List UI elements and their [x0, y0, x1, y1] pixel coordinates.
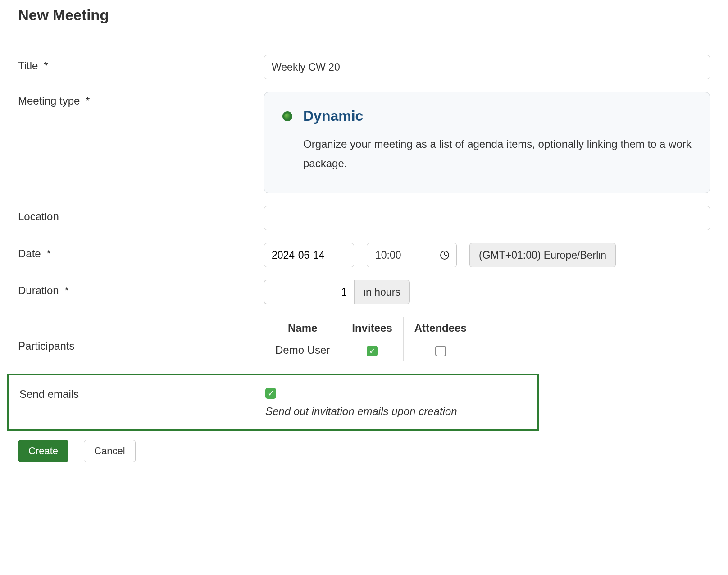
- invitee-checkbox[interactable]: ✓: [367, 346, 378, 356]
- label-meeting-type: Meeting type *: [18, 92, 264, 107]
- cancel-button[interactable]: Cancel: [84, 440, 135, 462]
- label-duration-text: Duration: [18, 284, 59, 297]
- meeting-type-description: Organize your meeting as a list of agend…: [303, 134, 692, 173]
- date-time-group: (GMT+01:00) Europe/Berlin: [264, 243, 710, 267]
- create-button[interactable]: Create: [18, 440, 68, 462]
- meeting-type-option-dynamic[interactable]: Dynamic Organize your meeting as a list …: [264, 92, 710, 193]
- label-duration: Duration *: [18, 280, 264, 297]
- row-meeting-type: Meeting type * Dynamic Organize your mee…: [18, 92, 710, 193]
- table-row: Demo User ✓: [264, 339, 478, 361]
- ctrl-duration: in hours: [264, 280, 710, 304]
- ctrl-meeting-type: Dynamic Organize your meeting as a list …: [264, 92, 710, 193]
- form-actions: Create Cancel: [18, 440, 710, 462]
- label-location-text: Location: [18, 210, 59, 223]
- required-mark: *: [86, 95, 90, 107]
- row-title: Title *: [18, 55, 710, 79]
- participant-name: Demo User: [264, 339, 341, 361]
- participant-attendee-cell: [403, 339, 478, 361]
- row-duration: Duration * in hours: [18, 280, 710, 304]
- location-input[interactable]: [264, 206, 710, 230]
- radio-selected-icon: [282, 111, 292, 121]
- title-input[interactable]: [264, 55, 710, 79]
- row-date: Date * (GMT+01:00) Europe/Berlin: [18, 243, 710, 267]
- participants-table: Name Invitees Attendees Demo User ✓: [264, 317, 478, 361]
- attendee-checkbox[interactable]: [435, 346, 446, 356]
- duration-input[interactable]: [264, 280, 354, 304]
- label-meeting-type-text: Meeting type: [18, 95, 80, 107]
- send-emails-checkbox[interactable]: ✓: [265, 388, 276, 399]
- row-location: Location: [18, 206, 710, 230]
- label-send-emails-text: Send emails: [19, 388, 79, 400]
- time-input-wrap[interactable]: [367, 243, 457, 267]
- new-meeting-form: New Meeting Title * Meeting type * Dynam…: [0, 0, 728, 575]
- participants-header-row: Name Invitees Attendees: [264, 317, 478, 339]
- meeting-type-title: Dynamic: [303, 108, 363, 124]
- send-emails-description: Send out invitation emails upon creation: [265, 405, 537, 418]
- check-icon: ✓: [369, 347, 376, 355]
- page-title: New Meeting: [18, 7, 710, 24]
- row-send-emails: Send emails ✓ Send out invitation emails…: [9, 387, 537, 417]
- ctrl-location: [264, 206, 710, 230]
- col-name: Name: [264, 317, 341, 339]
- label-title: Title *: [18, 55, 264, 72]
- timezone-text: (GMT+01:00) Europe/Berlin: [479, 249, 606, 261]
- time-input[interactable]: [374, 249, 419, 262]
- ctrl-send-emails: ✓ Send out invitation emails upon creati…: [265, 387, 537, 417]
- label-title-text: Title: [18, 59, 38, 72]
- label-participants: Participants: [18, 326, 264, 352]
- send-emails-highlight-box: Send emails ✓ Send out invitation emails…: [7, 374, 539, 430]
- label-date: Date *: [18, 243, 264, 260]
- required-mark: *: [64, 284, 68, 297]
- meeting-type-head: Dynamic: [282, 108, 692, 124]
- label-participants-text: Participants: [18, 340, 74, 352]
- required-mark: *: [44, 59, 48, 72]
- duration-group: in hours: [264, 280, 710, 304]
- row-participants: Participants Name Invitees Attendees Dem…: [18, 317, 710, 361]
- timezone-display[interactable]: (GMT+01:00) Europe/Berlin: [469, 243, 616, 267]
- col-invitees: Invitees: [341, 317, 403, 339]
- ctrl-title: [264, 55, 710, 79]
- ctrl-participants: Name Invitees Attendees Demo User ✓: [264, 317, 710, 361]
- label-send-emails: Send emails: [19, 387, 265, 417]
- required-mark: *: [46, 247, 50, 260]
- check-icon: ✓: [268, 389, 274, 397]
- ctrl-date: (GMT+01:00) Europe/Berlin: [264, 243, 710, 267]
- clock-icon: [440, 251, 449, 260]
- label-location: Location: [18, 206, 264, 223]
- participant-invitee-cell: ✓: [341, 339, 403, 361]
- duration-unit-text: in hours: [364, 286, 400, 298]
- col-attendees: Attendees: [403, 317, 478, 339]
- label-date-text: Date: [18, 247, 41, 260]
- date-input[interactable]: [264, 243, 354, 267]
- duration-unit: in hours: [354, 280, 410, 304]
- title-divider: [18, 32, 710, 32]
